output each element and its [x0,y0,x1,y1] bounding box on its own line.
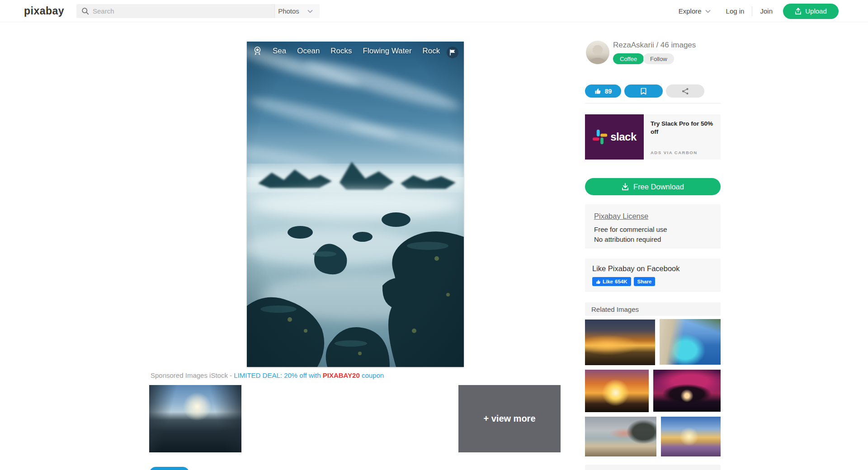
pixabay-license-link[interactable]: Pixabay License [594,212,648,221]
facebook-like-button[interactable]: Like 654K [592,277,631,286]
license-line-2: No attribution required [594,235,712,244]
join-link[interactable]: Join [760,7,773,15]
slack-ad-image: slack [585,114,644,160]
award-icon [253,46,262,56]
author-name[interactable]: RezaAskarii / 46 images [613,41,696,50]
related-images-header: Related Images [585,302,721,316]
like-count: 89 [605,88,612,95]
search-input[interactable] [93,7,274,15]
photo-actions: 89 [585,85,704,98]
upload-label: Upload [805,7,827,15]
ad-copy: Try Slack Pro for 50% off ADS VIA CARBON [644,114,721,160]
seascape-photo [247,42,464,367]
related-image-purple-tree[interactable] [653,370,721,412]
upload-button[interactable]: Upload [783,4,839,19]
pixabay-logo[interactable]: pixabay [24,5,64,17]
facebook-like-count: 654K [615,279,627,284]
slack-logo: slack [592,129,637,145]
search-scope-label: Photos [278,7,299,15]
sponsored-caption: Sponsored Images iStock - LIMITED DEAL: … [151,371,384,379]
related-image-palm-beach[interactable] [585,417,656,456]
carbon-ad[interactable]: slack Try Slack Pro for 50% off ADS VIA … [585,114,721,160]
report-flag-button[interactable] [447,47,458,58]
free-download-button[interactable]: Free Download [585,178,721,195]
search-icon [81,7,89,15]
share-button[interactable] [666,85,704,98]
facebook-box-title: Like Pixabay on Facebook [592,264,713,273]
search-bar[interactable]: Photos [76,4,320,18]
nav-divider [752,6,752,16]
chevron-down-icon [705,9,711,13]
tag-ocean[interactable]: Ocean [297,47,320,56]
sponsored-prefix: Sponsored Images iStock - [151,371,234,379]
license-box: Pixabay License Free for commercial use … [585,204,721,249]
facebook-share-label: Share [637,279,652,284]
tag-sea[interactable]: Sea [273,47,286,56]
facebook-box: Like Pixabay on Facebook Like 654K Share [585,258,721,292]
view-more-label: + view more [483,414,535,424]
chevron-down-icon [307,9,313,13]
related-image-beach-wave[interactable] [661,417,721,456]
related-image-silhouette-sunset[interactable] [585,370,649,412]
main-photo[interactable]: Sea Ocean Rocks Flowing Water Rock [247,42,464,367]
search-scope-dropdown[interactable]: Photos [274,4,320,18]
sponsored-deal-link[interactable]: LIMITED DEAL: 20% off with [234,371,322,379]
slack-icon [592,129,608,145]
sponsored-image-thumbnail[interactable] [149,385,241,452]
download-icon [622,183,629,191]
free-download-label: Free Download [633,183,684,191]
avatar[interactable] [586,41,609,64]
slack-wordmark: slack [610,131,637,143]
explore-label: Explore [679,7,702,15]
next-section-bar [585,465,721,470]
header-nav: Explore Log in Join Upload [679,0,839,22]
cutoff-blue-button[interactable] [149,467,189,470]
login-link[interactable]: Log in [726,7,745,15]
ad-attribution[interactable]: ADS VIA CARBON [651,150,698,155]
explore-menu[interactable]: Explore [679,7,711,15]
tag-rocks[interactable]: Rocks [330,47,352,56]
coupon-code: PIXABAY20 [323,371,360,379]
top-navbar: pixabay Photos Explore Log in Join [0,0,868,22]
license-line-1: Free for commercial use [594,225,712,235]
follow-button[interactable]: Follow [643,53,674,64]
related-image-coast-bay[interactable] [660,319,721,365]
flag-icon [450,49,456,56]
coffee-button[interactable]: Coffee [613,53,644,64]
bookmark-icon [641,88,646,95]
facebook-like-label: Like [603,279,613,284]
share-icon [682,88,689,95]
tag-rock[interactable]: Rock [423,47,440,56]
bookmark-button[interactable] [624,85,663,98]
related-images-title: Related Images [591,306,639,313]
related-image-sunset-clouds[interactable] [585,320,655,365]
sidebar-divider [585,103,721,103]
ad-headline[interactable]: Try Slack Pro for 50% off [651,120,715,136]
upload-icon [795,8,802,15]
facebook-share-button[interactable]: Share [634,277,656,286]
thumbs-up-icon [594,88,601,94]
like-button[interactable]: 89 [585,85,621,98]
tag-flowing-water[interactable]: Flowing Water [363,47,412,56]
view-more-tile[interactable]: + view more [458,385,561,452]
photo-tags: Sea Ocean Rocks Flowing Water Rock [253,46,442,56]
facebook-thumb-icon [596,279,601,284]
sponsored-coupon-link[interactable]: coupon [360,371,384,379]
